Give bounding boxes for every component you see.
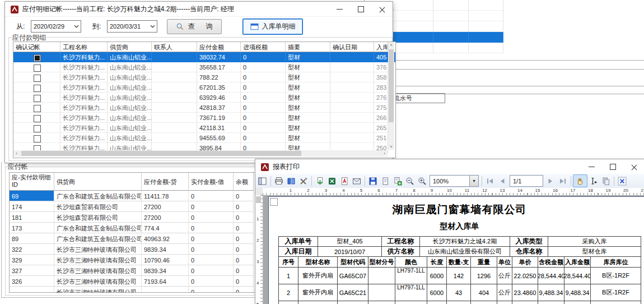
table-cell[interactable] — [469, 32, 503, 43]
table-row[interactable]: 长沙万科魅力...山东南山铝业...42118.310型材265 — [13, 123, 395, 133]
table-cell[interactable] — [433, 11, 469, 21]
table-cell[interactable] — [152, 82, 197, 93]
table-cell[interactable]: 型材 — [286, 72, 330, 82]
table-cell[interactable] — [469, 43, 503, 53]
table-cell[interactable]: 型材 — [286, 123, 330, 133]
table-cell[interactable] — [152, 113, 197, 123]
last-page-icon[interactable] — [557, 175, 569, 187]
table-cell[interactable] — [152, 93, 197, 103]
chevron-down-icon[interactable] — [72, 21, 81, 32]
table-cell[interactable]: 0 — [241, 103, 286, 113]
table-cell[interactable]: 0 — [234, 223, 254, 233]
page-indicator-input[interactable]: 1/1 — [510, 175, 543, 187]
table-cell[interactable]: 38032.74 — [197, 52, 241, 62]
table-cell[interactable]: 长沙万科魅力... — [60, 62, 108, 72]
report-viewport[interactable]: 12345 湖南巨晟门窗幕墙有限公司 型材入库单 入库单号型材_405工程名称长… — [255, 195, 644, 304]
table-cell[interactable]: 788.22 — [197, 72, 241, 82]
table-cell[interactable]: 型材 — [286, 52, 330, 62]
confirm-checkbox-cell[interactable] — [13, 93, 60, 103]
minimize-button[interactable] — [581, 159, 602, 174]
close-button[interactable] — [371, 2, 393, 16]
table-cell[interactable] — [469, 21, 503, 32]
single-page-view-icon[interactable] — [379, 175, 391, 187]
table-cell[interactable]: 0 — [189, 233, 234, 244]
table-cell[interactable]: 174 — [10, 201, 54, 212]
table-cell[interactable] — [152, 133, 197, 143]
confirm-checkbox[interactable] — [34, 75, 41, 82]
table-cell[interactable]: 329 — [10, 255, 54, 265]
table-cell[interactable]: 长沙市三湘特种玻璃有限公司 — [54, 255, 142, 265]
first-page-icon[interactable] — [484, 175, 496, 187]
table-cell[interactable]: 长沙市三湘特种玻璃有限公司 — [54, 244, 142, 255]
close-preview-icon[interactable] — [616, 175, 628, 187]
query-button[interactable]: 查 询 — [167, 19, 222, 34]
table-cell[interactable]: 型材 — [286, 93, 330, 103]
table-row[interactable]: 长沙万科魅力...山东南山铝业...788.220型材358 — [13, 72, 395, 82]
table-row[interactable]: 327长沙市三湘特种玻璃有限公司9839.3400 — [10, 265, 255, 276]
confirm-checkbox[interactable] — [34, 85, 41, 92]
table-cell[interactable] — [152, 52, 197, 62]
confirm-checkbox-cell[interactable] — [13, 82, 60, 93]
table-cell[interactable]: 0 — [241, 93, 286, 103]
table-cell[interactable]: 长沙市三湘特种玻璃有限公司 — [54, 265, 142, 276]
table-row[interactable]: 长沙万科魅力...山东南山铝业...73671.190型材266 — [13, 113, 395, 123]
table-cell[interactable] — [433, 43, 469, 53]
scroll-up-arrow[interactable]: ˄ — [388, 42, 394, 48]
table-cell[interactable]: 0 — [189, 255, 234, 265]
table-cell[interactable]: 0 — [189, 244, 234, 255]
table-cell[interactable] — [433, 32, 469, 43]
table-row[interactable]: 322长沙市三湘特种玻璃有限公司9839.3400 — [10, 244, 255, 255]
table-cell[interactable]: 266 — [374, 113, 388, 123]
maximize-button[interactable] — [602, 159, 623, 174]
inbound-detail-button[interactable]: 入库单明细 — [242, 19, 303, 35]
table-cell[interactable]: 376 — [374, 62, 388, 72]
table-cell[interactable]: 长沙坦森贸易有限公司 — [54, 212, 142, 223]
table-cell[interactable] — [142, 287, 189, 293]
confirm-checkbox[interactable] — [34, 105, 41, 112]
zoom-in-icon[interactable] — [416, 175, 428, 187]
table-cell[interactable]: 181 — [10, 212, 54, 223]
table-row[interactable]: 长沙市三湘特种玻璃有限公司00 — [10, 287, 255, 293]
table-cell[interactable]: 0 — [189, 276, 234, 287]
table-cell[interactable]: 774.4 — [142, 223, 189, 233]
table-cell[interactable] — [152, 123, 197, 133]
table-cell[interactable]: 0 — [241, 133, 286, 143]
table-cell[interactable] — [152, 103, 197, 113]
table-row[interactable]: 329长沙市三湘特种玻璃有限公司10790.4600 — [10, 255, 255, 265]
table-cell[interactable]: 0 — [189, 287, 234, 293]
table-cell[interactable]: 0 — [241, 72, 286, 82]
table-row[interactable]: 69广东合和建筑五金制品有限公司11411.7800 — [10, 191, 255, 201]
table-cell[interactable]: 山东南山铝业... — [108, 52, 152, 62]
table-cell[interactable]: 山东南山铝业... — [108, 123, 152, 133]
table-cell[interactable]: 山东南山铝业... — [108, 113, 152, 123]
table-cell[interactable]: 42118.31 — [197, 123, 241, 133]
table-cell[interactable]: 0 — [241, 82, 286, 93]
table-cell[interactable]: 0 — [189, 201, 234, 212]
table-cell[interactable] — [330, 72, 374, 82]
table-cell[interactable]: 长沙万科魅力... — [60, 72, 108, 82]
horizontal-scrollbar[interactable]: ‹ › — [13, 150, 388, 156]
table-cell[interactable]: 327 — [10, 265, 54, 276]
book-toc-icon[interactable] — [285, 175, 297, 187]
table-cell[interactable] — [330, 62, 374, 72]
scrollbar-thumb[interactable] — [21, 151, 301, 156]
confirm-checkbox[interactable] — [34, 135, 41, 142]
table-cell[interactable]: 251 — [374, 133, 388, 143]
export-excel-icon[interactable] — [326, 175, 338, 187]
table-cell[interactable]: 0 — [234, 233, 254, 244]
table-cell[interactable]: 275 — [374, 103, 388, 113]
send-mail-icon[interactable] — [351, 175, 363, 187]
prev-page-icon[interactable] — [496, 175, 508, 187]
close-button[interactable] — [623, 159, 644, 174]
table-cell[interactable]: 山东南山铝业... — [108, 62, 152, 72]
toc-sidebar-icon[interactable] — [256, 175, 269, 187]
table-cell[interactable]: 11411.78 — [142, 191, 189, 201]
table-cell[interactable]: 0 — [189, 191, 234, 201]
to-date-combobox[interactable]: 2020/03/31 — [107, 20, 157, 33]
table-cell[interactable] — [433, 21, 469, 32]
table-row[interactable]: 长沙万科魅力...山东南山铝业...67201.350型材283 — [13, 82, 395, 93]
table-cell[interactable]: 型材 — [286, 62, 330, 72]
confirm-checkbox-cell[interactable] — [13, 52, 60, 62]
table-cell[interactable]: 0 — [241, 113, 286, 123]
table-row[interactable]: 326长沙市三湘特种玻璃有限公司7193.6400 — [10, 276, 255, 287]
